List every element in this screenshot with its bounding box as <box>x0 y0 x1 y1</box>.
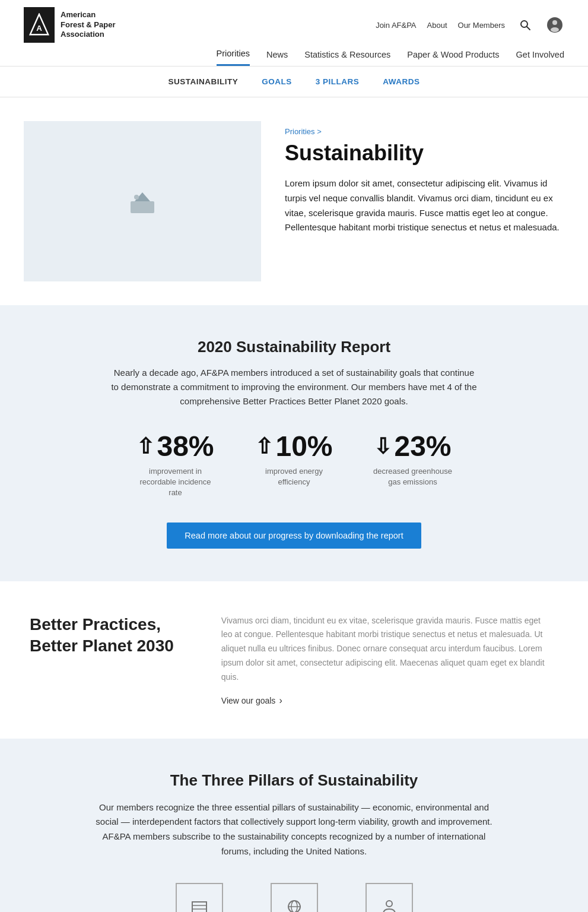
user-icon <box>546 17 563 33</box>
svg-point-9 <box>134 195 139 200</box>
svg-rect-7 <box>131 201 154 213</box>
stat-value-0: 38% <box>157 430 214 463</box>
stat-item-1: ⇧ 10% improved energy efficiency <box>253 430 336 499</box>
svg-point-16 <box>386 901 392 907</box>
stat-arrow-up-0: ⇧ <box>136 434 154 459</box>
svg-line-3 <box>527 27 530 30</box>
chevron-right-icon: › <box>279 695 282 706</box>
stat-label-1: improved energy efficiency <box>253 466 336 487</box>
nav-news[interactable]: News <box>266 50 288 65</box>
header-top: A American Forest & Paper Association Jo… <box>0 0 588 43</box>
logo-icon: A <box>28 13 50 37</box>
stat-arrow-up-1: ⇧ <box>255 434 273 459</box>
hero-description: Lorem ipsum dolor sit amet, consectetur … <box>285 176 564 235</box>
pillars-section: The Three Pillars of Sustainability Our … <box>0 739 588 912</box>
search-button[interactable] <box>516 15 535 34</box>
search-icon <box>519 19 531 31</box>
header-right: Join AF&PA About Our Members <box>376 15 564 34</box>
user-button[interactable] <box>545 15 564 34</box>
page-title: Sustainability <box>285 141 564 166</box>
stats-section: 2020 Sustainability Report Nearly a deca… <box>0 305 588 581</box>
about-link[interactable]: About <box>427 21 447 30</box>
stat-item-2: ⇩ 23% decreased greenhouse gas emissions <box>371 430 454 499</box>
breadcrumb: Priorities > <box>285 127 564 136</box>
view-goals-label: View our goals <box>221 696 276 705</box>
svg-rect-10 <box>192 902 206 912</box>
nav-priorities[interactable]: Priorities <box>217 49 250 66</box>
main-nav: Priorities News Statistics & Resources P… <box>0 43 588 66</box>
better-title: Better Practices, Better Planet 2030 <box>30 614 174 657</box>
better-content: Vivamus orci diam, tincidunt eu ex vitae… <box>221 614 552 706</box>
better-description: Vivamus orci diam, tincidunt eu ex vitae… <box>221 614 552 685</box>
sub-nav-sustainability[interactable]: SUSTAINABILITY <box>168 77 238 86</box>
nav-paper-wood[interactable]: Paper & Wood Products <box>407 50 499 65</box>
stat-number-2: ⇩ 23% <box>371 430 454 463</box>
sub-nav: SUSTAINABILITY GOALS 3 PILLARS AWARDS <box>0 66 588 97</box>
sub-nav-3pillars[interactable]: 3 PILLARS <box>316 77 360 86</box>
sub-nav-goals[interactable]: GOALS <box>262 77 292 86</box>
pillars-icons-row <box>24 883 564 912</box>
stats-description: Nearly a decade ago, AF&PA members intro… <box>110 366 478 408</box>
stats-title: 2020 Sustainability Report <box>24 338 564 356</box>
svg-text:A: A <box>36 24 42 33</box>
stat-item-0: ⇧ 38% improvement in recordable incidenc… <box>134 430 217 499</box>
social-icon <box>379 896 400 912</box>
stat-value-1: 10% <box>275 430 332 463</box>
stat-label-0: improvement in recordable incidence rate <box>134 466 217 499</box>
svg-point-5 <box>552 20 557 25</box>
sub-nav-awards[interactable]: AWARDS <box>383 77 419 86</box>
nav-get-involved[interactable]: Get Involved <box>516 50 564 65</box>
placeholder-image-icon <box>128 186 157 216</box>
environmental-icon <box>284 896 305 912</box>
stat-value-2: 23% <box>394 430 451 463</box>
pillar-icon-social <box>365 883 413 912</box>
economic-icon <box>189 896 210 912</box>
stat-label-2: decreased greenhouse gas emissions <box>371 466 454 487</box>
stat-number-1: ⇧ 10% <box>253 430 336 463</box>
pillars-title: The Three Pillars of Sustainability <box>24 771 564 790</box>
hero-image <box>24 121 261 281</box>
view-goals-link[interactable]: View our goals › <box>221 695 552 706</box>
nav-statistics[interactable]: Statistics & Resources <box>304 50 390 65</box>
download-report-button[interactable]: Read more about our progress by download… <box>167 522 421 549</box>
stat-number-0: ⇧ 38% <box>134 430 217 463</box>
hero-section: Priorities > Sustainability Lorem ipsum … <box>0 97 588 305</box>
pillar-icon-environmental <box>271 883 318 912</box>
logo-area: A American Forest & Paper Association <box>24 7 115 43</box>
logo-text: American Forest & Paper Association <box>61 10 115 40</box>
stat-arrow-down-2: ⇩ <box>374 434 392 459</box>
svg-point-6 <box>551 27 559 32</box>
logo-box: A <box>24 7 55 43</box>
join-link[interactable]: Join AF&PA <box>376 21 416 30</box>
pillars-description: Our members recognize the three essentia… <box>93 800 496 859</box>
pillar-icon-economic <box>176 883 223 912</box>
hero-content: Priorities > Sustainability Lorem ipsum … <box>285 121 564 281</box>
better-practices-section: Better Practices, Better Planet 2030 Viv… <box>0 581 588 739</box>
stats-grid: ⇧ 38% improvement in recordable incidenc… <box>24 430 564 499</box>
our-members-link[interactable]: Our Members <box>458 21 505 30</box>
